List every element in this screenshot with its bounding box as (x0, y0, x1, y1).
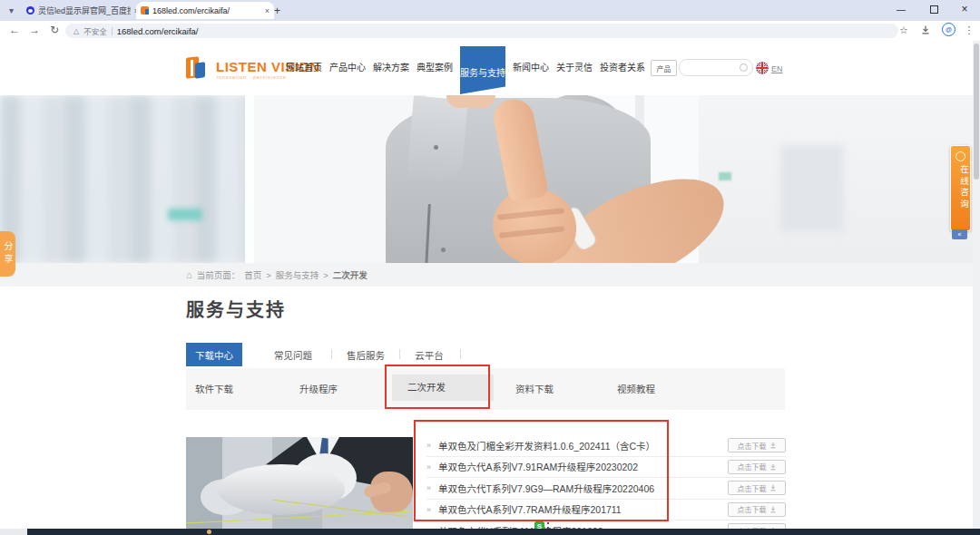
language-switch-link[interactable]: EN (771, 64, 783, 73)
tab-title: 灵信led显示屏官网_百度搜索 (38, 5, 131, 16)
home-icon: ⌂ (186, 269, 192, 280)
nav-item-service-active[interactable]: 服务与支持 (460, 46, 505, 94)
hero-thumbs-up-hand (493, 189, 576, 263)
download-arrow-icon (769, 484, 777, 491)
bullet-icon: » (426, 441, 431, 450)
taskbar-widget-icon (207, 530, 211, 534)
windows-taskbar-edge[interactable] (0, 529, 980, 535)
download-arrow-icon (769, 442, 777, 449)
tab-search-icon[interactable]: ▾ (5, 4, 18, 17)
security-warning-icon: △ (74, 27, 79, 35)
search-input[interactable] (685, 61, 741, 74)
filter-video-tutorial[interactable]: 视频教程 (617, 368, 655, 410)
window-minimize-button[interactable]: — (889, 0, 913, 18)
hero-banner (0, 95, 980, 263)
back-button[interactable]: ← (7, 23, 22, 37)
browser-tab-strip: ▾ 灵信led显示屏官网_百度搜索 × 168led.com/ercikaifa… (0, 0, 980, 21)
browser-tab-inactive[interactable]: 灵信led显示屏官网_百度搜索 × (22, 2, 143, 19)
download-link[interactable]: 单双色六代A系列V7.7RAM升级程序201711 (438, 502, 622, 516)
download-link[interactable]: 单双色及门楣全彩开发资料1.0.6_202411（含C卡） (438, 439, 655, 452)
download-row: » 单双色六代A系列V7.91RAM升级程序20230202 点击下载 (426, 457, 786, 479)
tab-separator (460, 349, 461, 359)
nav-item-home[interactable]: 网站首页 (284, 41, 324, 95)
nav-item-investor[interactable]: 投资者关系 (598, 41, 647, 95)
forward-button[interactable]: → (27, 23, 42, 37)
bullet-icon: » (426, 483, 431, 492)
tab-after-sales[interactable]: 售后服务 (346, 343, 386, 366)
breadcrumb: ⌂ 当前页面： 首页 > 服务与支持 > 二次开发 (186, 263, 368, 287)
consult-person-icon (956, 151, 965, 161)
address-bar[interactable]: △ 不安全 168led.com/ercikaifa/ (65, 24, 898, 38)
filter-data-download[interactable]: 资料下载 (515, 368, 554, 410)
search-box (679, 59, 753, 76)
bullet-icon: » (426, 505, 431, 514)
security-label: 不安全 (83, 25, 107, 36)
nav-item-about[interactable]: 关于灵信 (554, 41, 594, 95)
search-category-select[interactable]: 产品 (651, 60, 677, 76)
download-row: » 单双色六代A系列V7.7RAM升级程序201711 点击下载 (426, 500, 786, 521)
address-divider (112, 27, 113, 35)
tab-separator (399, 349, 400, 359)
online-consult-floater[interactable]: 在线咨询 (950, 145, 971, 231)
content-photo-cloud (186, 437, 413, 529)
restore-icon (930, 5, 938, 14)
download-button[interactable]: 点击下载 (728, 502, 786, 517)
nav-item-solutions[interactable]: 解决方案 (371, 41, 411, 95)
filter-software-download[interactable]: 软件下载 (195, 368, 233, 410)
hero-background-city (0, 95, 254, 263)
bookmark-star-icon[interactable]: ☆ (897, 23, 911, 37)
search-icon[interactable] (740, 63, 748, 72)
download-button[interactable]: 点击下载 (728, 481, 786, 495)
breadcrumb-current: 二次开发 (333, 268, 368, 281)
filter-upgrade-program[interactable]: 升级程序 (299, 368, 338, 410)
site-logo-icon[interactable] (186, 55, 210, 81)
photo-cloud-shape (218, 464, 345, 515)
tab-close-icon[interactable]: × (265, 6, 270, 15)
breadcrumb-prefix: 当前页面： (197, 268, 240, 281)
tab-cloud-platform[interactable]: 云平台 (413, 343, 446, 366)
tab-download-center[interactable]: 下载中心 (186, 343, 242, 366)
scrollbar-thumb[interactable] (974, 44, 979, 180)
download-button[interactable]: 点击下载 (728, 460, 786, 474)
share-floater[interactable]: 分享 (0, 231, 15, 277)
url-text: 168led.com/ercikaifa/ (117, 26, 199, 36)
download-row: » 单双色六代T系列V7.9G9—RAM升级程序20220406 点击下载 (426, 478, 786, 500)
download-button[interactable]: 点击下载 (728, 438, 786, 452)
download-arrow-icon (769, 506, 777, 513)
download-list: » 单双色及门楣全彩开发资料1.0.6_202411（含C卡） 点击下载 » 单… (426, 435, 786, 535)
browser-menu-icon[interactable]: ⋮ (962, 23, 976, 37)
download-link[interactable]: 单双色六代A系列V7.91RAM升级程序20230202 (438, 460, 638, 473)
consult-collapse-button[interactable]: « (952, 229, 967, 239)
download-arrow-icon (769, 463, 777, 471)
new-tab-button[interactable]: + (270, 4, 284, 17)
window-close-button[interactable]: × (953, 0, 976, 18)
breadcrumb-separator: > (323, 270, 328, 280)
breadcrumb-link-home[interactable]: 首页 (244, 268, 261, 281)
tab-separator (331, 349, 332, 359)
reload-button[interactable]: ↻ (47, 23, 62, 37)
site-logo-tagline: innovation · persistence (217, 74, 287, 80)
baidu-favicon-icon (26, 6, 34, 15)
breadcrumb-link-service[interactable]: 服务与支持 (276, 268, 319, 281)
profile-avatar[interactable]: @ (942, 23, 956, 36)
breadcrumb-bar (0, 263, 980, 287)
tab-title: 168led.com/ercikaifa/ (152, 6, 261, 15)
download-link[interactable]: 单双色六代T系列V7.9G9—RAM升级程序20220406 (438, 482, 654, 495)
browser-tab-active[interactable]: 168led.com/ercikaifa/ × (136, 2, 274, 19)
download-row: » 单双色及门楣全彩开发资料1.0.6_202411（含C卡） 点击下载 (426, 435, 786, 457)
nav-item-cases[interactable]: 典型案例 (415, 41, 455, 95)
filter-secondary-development-selected[interactable]: 二次开发 (392, 374, 494, 401)
site-favicon-icon (141, 6, 149, 15)
page-title: 服务与支持 (186, 296, 286, 322)
window-restore-button[interactable] (922, 0, 946, 18)
screen: ▾ 灵信led显示屏官网_百度搜索 × 168led.com/ercikaifa… (0, 0, 980, 535)
uk-flag-icon[interactable] (756, 62, 769, 74)
downloads-icon[interactable] (918, 23, 933, 37)
tab-faq[interactable]: 常见问题 (273, 343, 313, 366)
nav-item-products[interactable]: 产品中心 (328, 41, 368, 95)
breadcrumb-separator: > (266, 270, 271, 280)
bullet-icon: » (426, 462, 431, 472)
nav-item-news[interactable]: 新闻中心 (511, 41, 551, 95)
